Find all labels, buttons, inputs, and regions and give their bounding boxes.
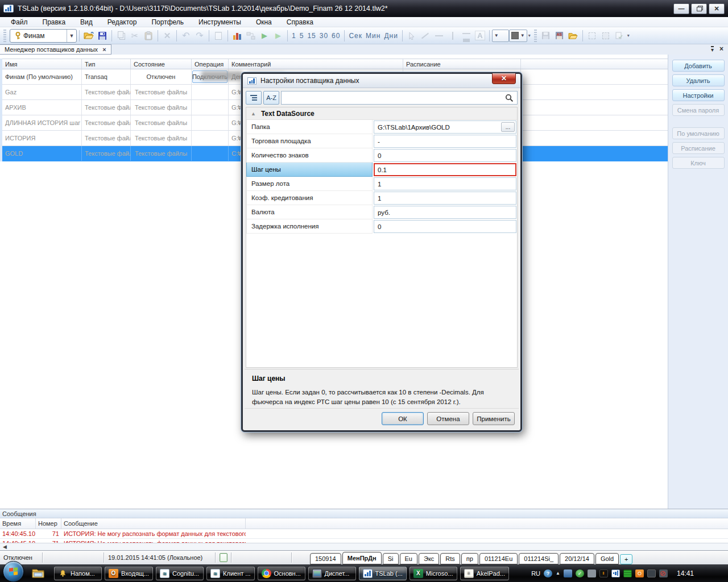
col-header-schedule[interactable]: Расписание [403, 59, 521, 69]
exec-delay-value-field[interactable]: 0 [374, 220, 516, 233]
menu-editor[interactable]: Редактор [100, 17, 144, 27]
message-row[interactable]: 14:40:45.10 71 ИСТОРИЯ: Не могу распозна… [0, 529, 728, 539]
property-search-input[interactable] [282, 92, 498, 104]
restore-button[interactable] [691, 3, 707, 14]
timeframe-60[interactable]: 60 [330, 32, 342, 40]
ws-tab-gold[interactable]: Gold [595, 553, 619, 564]
tslab-tray-icon[interactable] [611, 569, 620, 577]
trading-board-value-field[interactable]: - [374, 135, 516, 148]
taskbar-button-dispatcher[interactable]: Диспет... [308, 567, 356, 580]
menu-windows[interactable]: Окна [249, 17, 279, 27]
ws-tab-eks[interactable]: Экс [419, 553, 439, 564]
hline-icon[interactable] [432, 29, 446, 43]
property-row-price-step[interactable]: Шаг цены 0.1 [246, 163, 517, 177]
remote-desktop-tray-icon[interactable] [647, 569, 656, 577]
property-row-currency[interactable]: Валюта руб. [246, 205, 517, 219]
taskbar-clock[interactable]: 14:41 [677, 569, 694, 577]
add-workspace-tab-button[interactable]: + [620, 554, 632, 564]
ws-tab-011214si[interactable]: 011214Si_ [519, 553, 559, 564]
paste-icon[interactable] [142, 29, 155, 43]
start-button[interactable] [3, 561, 24, 582]
menu-view[interactable]: Вид [73, 17, 100, 27]
taskbar-button-outlook[interactable]: O Входящ... [105, 567, 153, 580]
select-all-frame-icon[interactable] [599, 29, 613, 43]
taskbar-button-excel[interactable]: X Microso... [410, 567, 457, 580]
decimals-value-field[interactable]: 0 [374, 149, 516, 162]
redo-icon[interactable]: ↷ [193, 29, 206, 43]
apply-button[interactable]: Применить [473, 412, 515, 425]
taskbar-button-cognitum[interactable]: ≈ Cognitu... [156, 567, 204, 580]
add-provider-button[interactable]: Добавить [672, 60, 725, 72]
col-header-name[interactable]: Имя [2, 59, 82, 69]
line-style-picker[interactable]: ▼ [492, 30, 509, 42]
run-step-icon[interactable]: ▶ [271, 29, 285, 43]
timeframe-1[interactable]: 1 [290, 32, 298, 40]
menu-file[interactable]: Файл [3, 17, 35, 27]
save-layout-icon[interactable] [539, 29, 553, 43]
menu-edit[interactable]: Правка [35, 17, 73, 27]
leverage-value-field[interactable]: 1 [374, 192, 516, 205]
toolbar-overflow-chevron-2[interactable]: ▾ [626, 33, 631, 38]
folder-value-field[interactable]: G:\TSLab\1Архив\GOLD ... [374, 120, 516, 134]
cursor-icon[interactable] [405, 29, 419, 43]
ws-tab-menprdn[interactable]: МенПрДн [342, 552, 382, 564]
ok-button[interactable]: ОК [382, 412, 424, 425]
device-tray-icon[interactable]: ‖ [599, 569, 608, 577]
volume-muted-icon[interactable] [659, 569, 668, 577]
color-picker[interactable]: ▼ [509, 30, 527, 42]
property-row-decimals[interactable]: Количество знаков 0 [246, 148, 517, 163]
ws-tab-201214[interactable]: 20/12/14 [560, 553, 594, 564]
col-header-operation[interactable]: Операция [192, 59, 229, 69]
open-layout-icon[interactable] [566, 29, 580, 43]
msg-col-num[interactable]: Номер [36, 518, 61, 529]
properties-icon[interactable] [212, 29, 225, 43]
timeframe-30[interactable]: 30 [318, 32, 330, 40]
network-tray-icon[interactable] [564, 569, 572, 577]
explorer-taskbar-icon[interactable] [31, 567, 46, 580]
menu-tools[interactable]: Инструменты [191, 17, 249, 27]
timeframe-15[interactable]: 15 [305, 32, 317, 40]
messages-hscrollbar[interactable]: ◀ [0, 543, 728, 550]
currency-value-field[interactable]: руб. [374, 206, 516, 219]
categorized-view-button[interactable] [246, 91, 262, 105]
unit-sec[interactable]: Сек [347, 32, 364, 40]
ws-tab-eu[interactable]: Eu [400, 553, 417, 564]
price-step-value-field[interactable]: 0.1 [374, 163, 516, 176]
col-header-type[interactable]: Тип [82, 59, 131, 69]
property-row-lot-size[interactable]: Размер лота 1 [246, 177, 517, 191]
category-header[interactable]: ▲ Text DataSource [246, 107, 517, 120]
ws-tab-si[interactable]: Si [383, 553, 399, 564]
script-blocks-icon[interactable] [244, 29, 258, 43]
show-hidden-icons-arrow[interactable]: ▲ [556, 571, 560, 576]
language-indicator[interactable]: RU [531, 570, 540, 577]
cancel-button[interactable]: Отмена [427, 412, 469, 425]
levels-icon[interactable] [460, 29, 473, 43]
provider-combo[interactable]: Финам ▼ [10, 29, 77, 43]
provider-combo-arrow[interactable]: ▼ [67, 30, 76, 42]
alphabetical-view-button[interactable]: A-Z [263, 91, 279, 105]
trendline-icon[interactable] [419, 29, 432, 43]
grid-tray-icon[interactable] [623, 569, 632, 577]
tab-close-icon[interactable]: × [102, 46, 106, 53]
msg-col-time[interactable]: Время [0, 518, 36, 529]
close-button[interactable]: ✕ [709, 3, 725, 14]
provider-settings-button[interactable]: Настройки [672, 89, 725, 101]
dialog-close-button[interactable]: ✕ [492, 73, 516, 84]
ws-tab-rts[interactable]: Rts [440, 553, 460, 564]
property-row-trading-board[interactable]: Торговая площадка - [246, 134, 517, 148]
select-frame-icon[interactable] [585, 29, 599, 43]
remove-provider-button[interactable]: Удалить [672, 74, 725, 86]
menu-portfolio[interactable]: Портфель [144, 17, 191, 27]
antivirus-ok-icon[interactable]: ✓ [576, 569, 584, 577]
taskbar-button-chrome[interactable]: Основн... [258, 567, 305, 580]
vline-icon[interactable] [446, 29, 460, 43]
usb-tray-icon[interactable] [588, 569, 596, 577]
copy-icon[interactable] [114, 29, 128, 43]
scroll-left-arrow-icon[interactable]: ◀ [3, 544, 7, 550]
undo-icon[interactable]: ↶ [179, 29, 193, 43]
tab-data-provider-manager[interactable]: Менеджер поставщиков данных × [0, 44, 111, 55]
col-header-state[interactable]: Состояние [131, 59, 192, 69]
property-row-folder[interactable]: Папка G:\TSLab\1Архив\GOLD ... [246, 120, 517, 134]
run-icon[interactable]: ▶ [258, 29, 271, 43]
pin-panel-icon[interactable]: ▾ [711, 46, 714, 52]
